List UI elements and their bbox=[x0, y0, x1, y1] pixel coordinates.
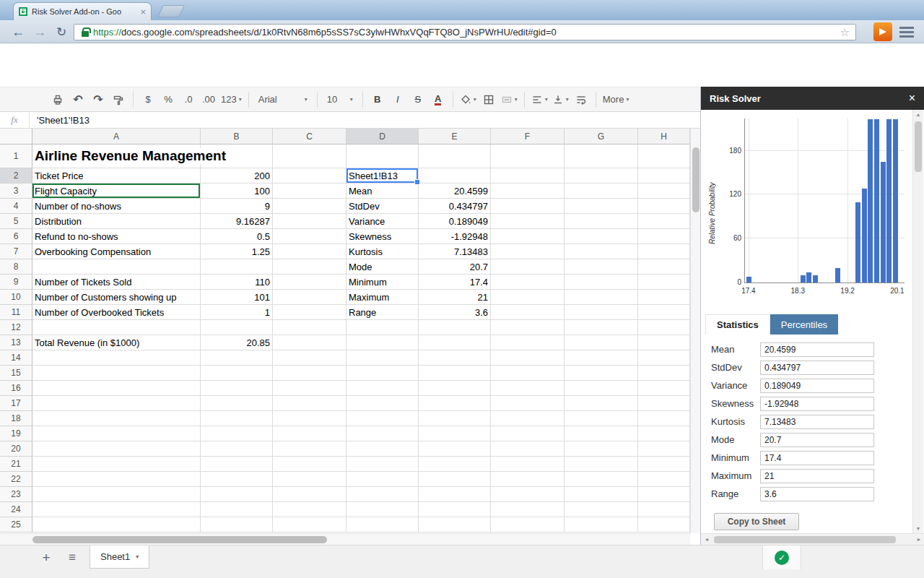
cell-G1[interactable] bbox=[565, 144, 638, 168]
cell-C10[interactable] bbox=[273, 290, 346, 305]
cell-C6[interactable] bbox=[273, 229, 346, 244]
cell-C3[interactable] bbox=[273, 184, 346, 199]
cell-G15[interactable] bbox=[565, 366, 638, 381]
cell-A6[interactable]: Refund to no-shows bbox=[32, 229, 201, 244]
cell-H22[interactable] bbox=[638, 472, 690, 487]
cell-G10[interactable] bbox=[565, 290, 638, 305]
text-color-button[interactable]: A bbox=[430, 91, 446, 108]
cell-G5[interactable] bbox=[565, 214, 638, 229]
font-size-select[interactable]: 10 ▾ bbox=[324, 91, 356, 108]
cell-H1[interactable] bbox=[638, 144, 690, 168]
cell-A2[interactable]: Ticket Price bbox=[32, 168, 201, 184]
cell-D16[interactable] bbox=[346, 381, 419, 396]
cell-F4[interactable] bbox=[491, 199, 565, 214]
cell-B10[interactable]: 101 bbox=[201, 290, 273, 305]
cell-H5[interactable] bbox=[638, 214, 690, 229]
cell-D24[interactable] bbox=[346, 502, 419, 517]
new-tab-button[interactable] bbox=[157, 5, 185, 17]
cell-H23[interactable] bbox=[638, 487, 690, 502]
merge-cells-button[interactable]: ▾ bbox=[501, 91, 518, 108]
cell-C24[interactable] bbox=[273, 502, 346, 517]
cell-A19[interactable] bbox=[32, 426, 201, 441]
cell-A10[interactable]: Number of Customers showing up bbox=[32, 290, 201, 305]
scrollbar-thumb[interactable] bbox=[915, 121, 922, 172]
cell-H6[interactable] bbox=[638, 229, 690, 244]
cell-H16[interactable] bbox=[638, 381, 690, 396]
cell-E12[interactable] bbox=[419, 320, 491, 335]
cell-C14[interactable] bbox=[273, 350, 346, 366]
cell-B17[interactable] bbox=[201, 396, 273, 411]
cell-B7[interactable]: 1.25 bbox=[201, 244, 273, 259]
cell-F13[interactable] bbox=[491, 335, 565, 350]
cell-B13[interactable]: 20.85 bbox=[201, 335, 273, 350]
cell-E15[interactable] bbox=[419, 366, 491, 381]
cell-G18[interactable] bbox=[565, 411, 638, 426]
cell-A18[interactable] bbox=[32, 411, 201, 426]
cell-F12[interactable] bbox=[491, 320, 565, 335]
vertical-align-button[interactable]: ▾ bbox=[552, 91, 569, 108]
formula-bar[interactable]: fx 'Sheet1'!B13 bbox=[0, 112, 700, 129]
col-header-G[interactable]: G bbox=[565, 129, 638, 144]
cell-H25[interactable] bbox=[638, 517, 690, 532]
row-header-1[interactable]: 1 bbox=[0, 144, 32, 168]
stat-input-mode[interactable]: 20.7 bbox=[760, 433, 874, 447]
col-header-E[interactable]: E bbox=[419, 129, 491, 144]
cell-H17[interactable] bbox=[638, 396, 690, 411]
cell-E19[interactable] bbox=[419, 426, 491, 441]
cell-C18[interactable] bbox=[273, 411, 346, 426]
forward-button[interactable]: → bbox=[30, 22, 49, 41]
row-header-16[interactable]: 16 bbox=[0, 381, 32, 396]
cell-G6[interactable] bbox=[565, 229, 638, 244]
cell-B18[interactable] bbox=[201, 411, 273, 426]
stat-input-skewness[interactable]: -1.92948 bbox=[760, 397, 874, 411]
formula-input[interactable]: 'Sheet1'!B13 bbox=[30, 115, 90, 126]
cell-D17[interactable] bbox=[346, 396, 419, 411]
cell-D15[interactable] bbox=[346, 366, 419, 381]
cell-G2[interactable] bbox=[565, 168, 638, 184]
cell-A24[interactable] bbox=[32, 502, 201, 517]
cell-H20[interactable] bbox=[638, 441, 690, 457]
cell-C25[interactable] bbox=[273, 517, 346, 532]
cell-C21[interactable] bbox=[273, 457, 346, 472]
grid-vertical-scrollbar[interactable] bbox=[690, 129, 700, 533]
cell-E17[interactable] bbox=[419, 396, 491, 411]
cell-C16[interactable] bbox=[273, 381, 346, 396]
add-sheet-button[interactable]: + bbox=[36, 548, 56, 567]
cell-G22[interactable] bbox=[565, 472, 638, 487]
cell-G21[interactable] bbox=[565, 457, 638, 472]
cell-E3[interactable]: 20.4599 bbox=[419, 184, 491, 199]
more-button[interactable]: More ▾ bbox=[603, 91, 629, 108]
cell-A22[interactable] bbox=[32, 472, 201, 487]
reload-button[interactable]: ↻ bbox=[52, 22, 71, 41]
print-button[interactable] bbox=[50, 91, 66, 108]
cell-B19[interactable] bbox=[201, 426, 273, 441]
cell-D18[interactable] bbox=[346, 411, 419, 426]
cell-H21[interactable] bbox=[638, 457, 690, 472]
cell-E5[interactable]: 0.189049 bbox=[419, 214, 491, 229]
cell-H2[interactable] bbox=[638, 168, 690, 184]
row-header-10[interactable]: 10 bbox=[0, 290, 32, 305]
cell-A11[interactable]: Number of Overbooked Tickets bbox=[32, 305, 201, 320]
bold-button[interactable]: B bbox=[370, 91, 385, 108]
cell-E6[interactable]: -1.92948 bbox=[419, 229, 491, 244]
stat-input-minimum[interactable]: 17.4 bbox=[760, 451, 874, 465]
cell-C17[interactable] bbox=[273, 396, 346, 411]
cell-D1[interactable] bbox=[346, 144, 419, 168]
cell-A3[interactable]: Flight Capacity bbox=[32, 184, 201, 199]
row-header-7[interactable]: 7 bbox=[0, 244, 32, 259]
cell-C4[interactable] bbox=[273, 199, 346, 214]
cell-E23[interactable] bbox=[419, 487, 491, 502]
cell-B14[interactable] bbox=[201, 350, 273, 366]
cell-H10[interactable] bbox=[638, 290, 690, 305]
cell-D8[interactable]: Mode bbox=[346, 259, 419, 275]
cell-E24[interactable] bbox=[419, 502, 491, 517]
cell-B2[interactable]: 200 bbox=[201, 168, 273, 184]
col-header-H[interactable]: H bbox=[638, 129, 690, 144]
cell-G25[interactable] bbox=[565, 517, 638, 532]
fill-color-button[interactable]: ▾ bbox=[460, 91, 476, 108]
cell-G16[interactable] bbox=[565, 381, 638, 396]
cell-C5[interactable] bbox=[273, 214, 346, 229]
cell-F8[interactable] bbox=[491, 259, 565, 275]
cell-B9[interactable]: 110 bbox=[201, 275, 273, 290]
cell-B22[interactable] bbox=[201, 472, 273, 487]
